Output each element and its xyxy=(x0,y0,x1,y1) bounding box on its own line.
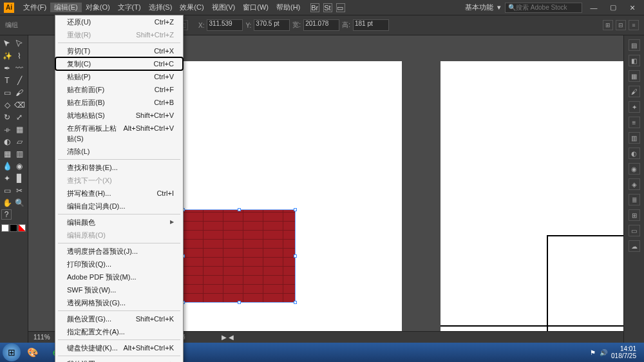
selection-handle[interactable] xyxy=(238,301,241,304)
menu-help[interactable]: 帮助(H) xyxy=(272,3,304,12)
magic-wand-tool[interactable]: ✨ xyxy=(1,50,13,62)
stroke-panel-icon[interactable]: ≡ xyxy=(629,117,640,128)
menu-type[interactable]: 文字(T) xyxy=(114,3,145,12)
h-input[interactable]: 181 pt xyxy=(353,19,389,31)
curvature-tool[interactable]: 〰 xyxy=(14,62,25,74)
taskbar-paint-icon[interactable]: 🎨 xyxy=(21,344,44,361)
panel-toggle-icon-3[interactable]: ≡ xyxy=(629,20,639,30)
pen-tool[interactable]: ✒ xyxy=(1,62,13,74)
graph-tool[interactable]: ▊ xyxy=(14,173,25,184)
menu-item-21[interactable]: 打印预设(Q)... xyxy=(55,258,183,271)
lasso-tool[interactable]: ⌇ xyxy=(14,50,25,62)
hand-tool[interactable]: ✋ xyxy=(1,197,13,209)
type-tool[interactable]: T xyxy=(1,75,13,86)
maximize-button[interactable]: ▢ xyxy=(605,3,621,13)
menu-item-6[interactable]: 贴在前面(F)Ctrl+F xyxy=(55,83,183,96)
x-input[interactable]: 311.539 xyxy=(207,19,243,31)
selection-handle[interactable] xyxy=(294,254,297,258)
symbol-sprayer-tool[interactable]: ✦ xyxy=(1,173,13,184)
menu-file[interactable]: 文件(F) xyxy=(19,3,50,12)
menu-window[interactable]: 窗口(W) xyxy=(239,3,272,12)
help-tool[interactable]: ? xyxy=(1,209,12,220)
stroke-swatch[interactable] xyxy=(10,224,17,232)
perspective-tool[interactable]: ▱ xyxy=(14,136,25,148)
menu-view[interactable]: 视图(V) xyxy=(208,3,240,12)
menu-item-26[interactable]: 颜色设置(G)...Shift+Ctrl+K xyxy=(55,312,183,325)
menu-item-0[interactable]: 还原(U)Ctrl+Z xyxy=(55,15,183,28)
swatches-panel-icon[interactable]: ▦ xyxy=(629,70,640,82)
selection-handle[interactable] xyxy=(294,208,297,211)
nav-arrows-icon[interactable]: ▶ ◀ xyxy=(222,334,234,341)
selection-handle[interactable] xyxy=(294,301,297,304)
selection-tool[interactable] xyxy=(1,38,13,50)
slice-tool[interactable]: ✂ xyxy=(14,185,25,196)
menu-item-4[interactable]: 复制(C)Ctrl+C xyxy=(55,57,183,70)
workspace-switcher[interactable]: 基本功能 xyxy=(465,3,493,12)
symbols-panel-icon[interactable]: ✦ xyxy=(629,101,640,113)
close-button[interactable]: × xyxy=(625,3,640,13)
graphic-styles-panel-icon[interactable]: ◈ xyxy=(629,178,640,190)
bridge-icon[interactable]: Br xyxy=(310,3,319,12)
transparency-panel-icon[interactable]: ◐ xyxy=(629,148,640,159)
direct-selection-tool[interactable] xyxy=(14,38,25,50)
none-swatch[interactable] xyxy=(18,224,26,232)
menu-item-15[interactable]: 编辑自定词典(D)... xyxy=(55,200,183,213)
menu-item-23[interactable]: SWF 预设(W)... xyxy=(55,283,183,296)
panel-toggle-icon[interactable]: ⊞ xyxy=(603,20,613,30)
menu-item-24[interactable]: 透视网格预设(G)... xyxy=(55,296,183,309)
menu-object[interactable]: 对象(O) xyxy=(82,3,114,12)
color-swatches[interactable] xyxy=(1,224,26,232)
rectangle-tool[interactable]: ▭ xyxy=(1,87,13,99)
menu-item-9[interactable]: 在所有画板上粘贴(S)Alt+Shift+Ctrl+V xyxy=(55,122,183,145)
artboards-panel-icon[interactable]: ▭ xyxy=(629,225,640,236)
menu-item-10[interactable]: 清除(L) xyxy=(55,145,183,158)
properties-panel-icon[interactable]: ▤ xyxy=(629,39,640,51)
menu-item-27[interactable]: 指定配置文件(A)... xyxy=(55,325,183,338)
menu-item-5[interactable]: 粘贴(P)Ctrl+V xyxy=(55,70,183,83)
menu-effect[interactable]: 效果(C) xyxy=(176,3,207,12)
menu-item-31[interactable]: 我的设置 xyxy=(55,357,183,362)
tray-flag-icon[interactable]: ⚑ xyxy=(590,349,596,356)
menu-item-3[interactable]: 剪切(T)Ctrl+X xyxy=(55,44,183,57)
libraries-panel-icon[interactable]: ☁ xyxy=(629,240,640,252)
line-tool[interactable]: ╱ xyxy=(14,75,25,86)
blend-tool[interactable]: ◉ xyxy=(14,160,25,172)
menu-item-8[interactable]: 就地粘贴(S)Shift+Ctrl+V xyxy=(55,109,183,122)
mesh-tool[interactable]: ▦ xyxy=(1,148,13,160)
menu-item-14[interactable]: 拼写检查(H)...Ctrl+I xyxy=(55,187,183,200)
rotate-tool[interactable]: ↻ xyxy=(1,111,13,123)
menu-item-29[interactable]: 键盘快捷键(K)...Alt+Shift+Ctrl+K xyxy=(55,341,183,354)
eyedropper-tool[interactable]: 💧 xyxy=(1,160,13,172)
search-input[interactable]: 🔍 搜索 Adobe Stock xyxy=(505,3,582,13)
zoom-tool[interactable]: 🔍 xyxy=(14,197,25,209)
shaper-tool[interactable]: ◇ xyxy=(1,99,13,111)
menu-item-20[interactable]: 透明度拼合器预设(J)... xyxy=(55,245,183,258)
zoom-level[interactable]: 111% xyxy=(33,334,50,341)
appearance-panel-icon[interactable]: ◉ xyxy=(629,163,640,175)
layers-panel-icon[interactable]: ≣ xyxy=(629,194,640,205)
width-tool[interactable]: ⟛ xyxy=(1,124,13,135)
tray-network-icon[interactable]: 🔊 xyxy=(600,349,607,356)
menu-select[interactable]: 选择(S) xyxy=(145,3,176,12)
menu-item-7[interactable]: 贴在后面(B)Ctrl+B xyxy=(55,96,183,109)
menu-edit[interactable]: 编辑(E) xyxy=(50,3,82,12)
brushes-panel-icon[interactable]: 🖌 xyxy=(629,86,640,97)
free-transform-tool[interactable]: ▦ xyxy=(14,124,25,135)
eraser-tool[interactable]: ⌫ xyxy=(14,99,25,111)
menu-item-17[interactable]: 编辑颜色 xyxy=(55,216,183,229)
panel-toggle-icon-2[interactable]: ⊟ xyxy=(616,20,626,30)
shape-builder-tool[interactable]: ◐ xyxy=(1,136,13,148)
fill-swatch[interactable] xyxy=(1,224,9,232)
color-panel-icon[interactable]: ◧ xyxy=(629,55,640,66)
gradient-tool[interactable]: ▥ xyxy=(14,148,25,160)
asset-panel-icon[interactable]: ⊞ xyxy=(629,209,640,221)
menu-item-22[interactable]: Adobe PDF 预设(M)... xyxy=(55,271,183,283)
gradient-panel-icon[interactable]: ▥ xyxy=(629,132,640,144)
minimize-button[interactable]: — xyxy=(586,3,601,13)
y-input[interactable]: 370.5 pt xyxy=(254,19,290,31)
stock-icon[interactable]: St xyxy=(323,3,332,12)
scale-tool[interactable]: ⤢ xyxy=(14,111,25,123)
w-input[interactable]: 201.078 xyxy=(303,19,339,31)
menu-item-12[interactable]: 查找和替换(E)... xyxy=(55,161,183,174)
paintbrush-tool[interactable]: 🖌 xyxy=(14,87,25,99)
